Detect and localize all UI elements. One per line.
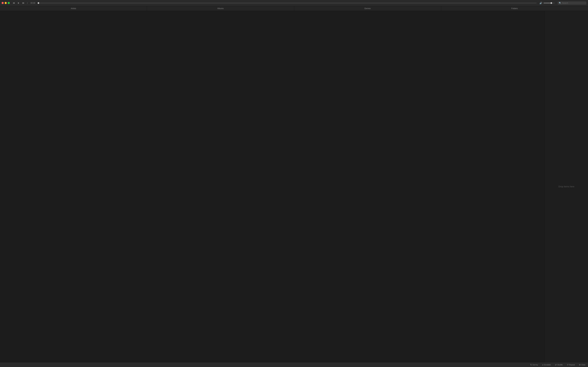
svg-marker-2 (22, 2, 23, 4)
minimize-button[interactable] (5, 2, 7, 4)
sort-icon: ⇅ (530, 364, 532, 366)
drop-items-text: Drop items here (558, 185, 574, 188)
repeat-button[interactable]: ↺ Repeat (566, 363, 575, 366)
progress-bar[interactable] (38, 3, 537, 3)
sort-by-label: Sort by (532, 364, 538, 366)
tab-genres[interactable]: Genres (294, 6, 441, 11)
scrobble-label: Scrobble (544, 364, 551, 366)
clear-button[interactable]: ⊗ Clear (578, 363, 586, 366)
search-box[interactable]: 🔍 (558, 1, 586, 5)
maximize-button[interactable] (8, 2, 10, 4)
search-icon: 🔍 (559, 2, 561, 4)
info-icon: i (27, 2, 27, 4)
statusbar: ⇅ Sort by ⌀ Scrobble ⇄ Shuffle ↺ Repeat … (0, 362, 588, 367)
shuffle-icon: ⇄ (555, 364, 557, 366)
repeat-icon: ↺ (567, 364, 569, 366)
sort-by-button[interactable]: ⇅ Sort by (529, 363, 539, 366)
tab-folders[interactable]: Folders (441, 6, 588, 11)
nav-tabs: Artists Albums Genres Folders (0, 6, 588, 11)
volume-bar[interactable] (544, 3, 555, 3)
shuffle-label: Shuffle (557, 364, 563, 366)
play-button[interactable] (17, 1, 20, 5)
svg-marker-1 (14, 2, 15, 4)
search-input[interactable] (562, 2, 584, 4)
time-display: 00:00 (30, 2, 36, 4)
info-button[interactable]: i (26, 1, 28, 5)
shuffle-button[interactable]: ⇄ Shuffle (554, 363, 563, 366)
svg-marker-3 (23, 2, 24, 4)
volume-icon: 🔊 (539, 2, 542, 4)
titlebar: i 00:00 🔊 🔍 (0, 0, 588, 6)
scrobble-button[interactable]: ⌀ Scrobble (542, 363, 552, 366)
rewind-button[interactable] (12, 1, 16, 5)
progress-thumb (38, 2, 39, 4)
tab-albums[interactable]: Albums (147, 6, 294, 11)
svg-marker-0 (13, 2, 14, 4)
scrobble-icon: ⌀ (542, 364, 543, 366)
forward-button[interactable] (22, 1, 25, 5)
main-content: Drop items here (0, 11, 588, 362)
play-icon (18, 2, 19, 4)
traffic-lights (2, 2, 10, 4)
close-button[interactable] (2, 2, 4, 4)
library-pane[interactable] (0, 11, 545, 362)
tab-artists[interactable]: Artists (0, 6, 147, 11)
clear-icon: ⊗ (579, 364, 581, 366)
repeat-label: Repeat (569, 364, 575, 366)
clear-label: Clear (581, 364, 585, 366)
volume-fill (544, 3, 551, 3)
volume-thumb (551, 2, 552, 4)
queue-pane[interactable]: Drop items here (545, 11, 588, 362)
